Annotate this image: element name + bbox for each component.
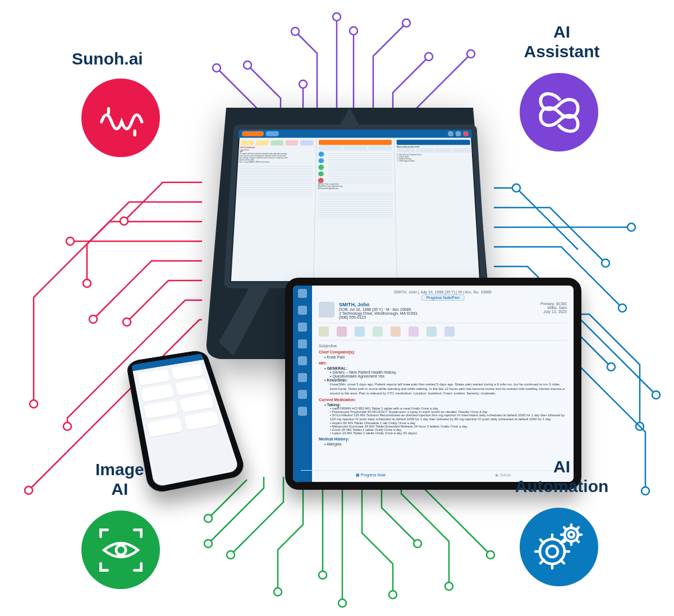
svg-point-28 [274,588,282,596]
svg-point-34 [204,514,212,522]
svg-point-24 [512,184,520,192]
laptop-mid-panel: M25.561 Pain in right knee Z00.00 Encoun… [313,138,397,283]
feature-badge-automation [520,508,598,586]
svg-point-10 [30,400,38,408]
feature-badge-imageai [81,511,160,589]
svg-point-18 [627,223,635,231]
svg-point-0 [333,13,341,21]
svg-point-26 [338,599,346,607]
laptop-screen: Chief Complaint(s): • Knee Pain HPI Pt r… [224,125,487,288]
feature-badge-assistant [520,73,598,151]
app-titlebar [239,130,472,137]
laptop-right-panel: What would you like to do? ☐ View Recent… [394,138,480,283]
svg-point-2 [402,19,410,27]
svg-point-32 [227,551,235,559]
phone-tile-grid [132,360,226,442]
svg-point-38 [568,532,574,537]
svg-point-27 [389,591,397,599]
svg-point-6 [213,64,221,72]
svg-point-35 [116,545,125,554]
svg-point-9 [83,279,91,287]
svg-point-36 [547,546,558,557]
svg-point-7 [425,53,433,61]
feature-badge-sunoh [81,79,160,157]
eye-scan-icon [94,523,148,577]
svg-point-1 [350,27,357,35]
feature-label-automation: AI Automation [511,457,612,496]
svg-point-20 [652,391,660,399]
tablet-sidebar [293,286,312,482]
svg-point-13 [123,318,131,326]
svg-point-25 [319,571,327,579]
feature-label-sunoh: Sunoh.ai [72,49,143,69]
tablet-toolbar [319,323,567,341]
gears-icon [531,519,587,575]
svg-point-29 [414,540,421,548]
svg-point-5 [244,61,251,69]
svg-point-12 [89,315,97,323]
svg-point-4 [299,80,307,88]
patient-header: SMITH, John | July 16, 1988 (35 Y) | M |… [319,290,567,294]
svg-point-16 [120,217,128,225]
svg-point-30 [445,582,453,590]
svg-point-17 [602,259,609,267]
svg-point-3 [291,27,299,35]
tablet-main: SMITH, John | July 16, 1988 (35 Y) | M |… [312,286,574,482]
infinity-knot-icon [533,86,586,139]
laptop-left-panel: Chief Complaint(s): • Knee Pain HPI Pt r… [230,138,316,283]
avatar [319,302,334,318]
svg-point-22 [607,363,615,371]
svg-point-33 [204,540,212,548]
svg-point-11 [66,237,74,245]
svg-point-15 [25,486,33,494]
svg-point-31 [487,551,494,559]
feature-label-assistant: AI Assistant [522,22,601,61]
svg-point-8 [467,50,475,58]
svg-point-14 [63,422,71,430]
sound-wave-icon [95,93,146,143]
feature-label-imageai: Image AI [95,460,144,499]
svg-point-23 [641,487,649,495]
svg-point-19 [618,304,626,312]
